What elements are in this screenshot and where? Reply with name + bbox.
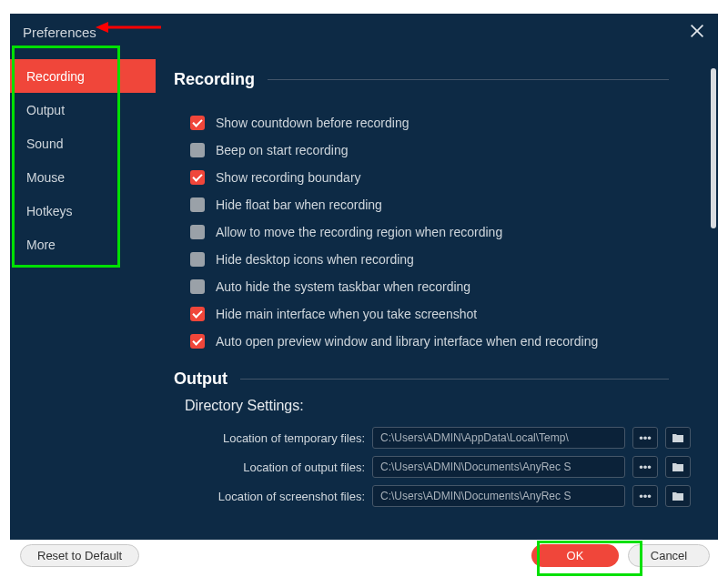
option-allow-move-region[interactable]: Allow to move the recording region when …	[174, 218, 691, 246]
dir-value: C:\Users\ADMIN\Documents\AnyRec S	[380, 490, 571, 502]
dir-row-output: Location of output files: C:\Users\ADMIN…	[174, 452, 691, 481]
sidebar-item-more[interactable]: More	[10, 228, 156, 261]
option-show-boundary[interactable]: Show recording boundary	[174, 164, 691, 191]
option-label: Hide desktop icons when recording	[216, 252, 414, 267]
folder-icon	[672, 491, 684, 501]
checkbox-icon[interactable]	[190, 225, 205, 239]
sidebar-item-label: More	[26, 238, 56, 252]
sidebar-item-output[interactable]: Output	[10, 93, 156, 127]
open-folder-button[interactable]	[665, 456, 691, 478]
section-divider	[268, 79, 669, 80]
directory-settings-heading: Directory Settings:	[174, 398, 691, 414]
scroll-content: Recording Show countdown before recordin…	[174, 50, 711, 540]
dir-value: C:\Users\ADMIN\AppData\Local\Temp\	[380, 431, 569, 444]
option-show-countdown[interactable]: Show countdown before recording	[174, 109, 691, 137]
preferences-window: Preferences Recording Output Sound	[10, 14, 718, 540]
section-header-output: Output	[174, 369, 691, 389]
ok-button[interactable]: OK	[531, 544, 619, 567]
button-label: OK	[567, 549, 584, 562]
section-divider	[240, 379, 669, 380]
open-folder-button[interactable]	[665, 485, 691, 507]
checkbox-icon[interactable]	[190, 143, 205, 157]
cancel-button[interactable]: Cancel	[628, 544, 710, 567]
ellipsis-icon: •••	[639, 490, 652, 503]
window-title: Preferences	[23, 25, 96, 40]
content-area: Recording Show countdown before recordin…	[156, 50, 718, 540]
option-hide-main-on-screenshot[interactable]: Hide main interface when you take screen…	[174, 300, 691, 328]
close-button[interactable]	[687, 21, 709, 43]
dir-row-temp: Location of temporary files: C:\Users\AD…	[174, 423, 691, 452]
option-label: Hide main interface when you take screen…	[216, 307, 477, 321]
sidebar-item-sound[interactable]: Sound	[10, 127, 156, 160]
dir-row-screenshot: Location of screenshot files: C:\Users\A…	[174, 481, 691, 511]
sidebar-item-mouse[interactable]: Mouse	[10, 160, 156, 194]
dir-label: Location of temporary files:	[174, 431, 365, 445]
sidebar: Recording Output Sound Mouse Hotkeys Mor…	[10, 50, 156, 549]
option-label: Show countdown before recording	[216, 116, 409, 130]
screenshot-frame: Preferences Recording Output Sound	[0, 0, 728, 577]
checkbox-icon[interactable]	[190, 170, 205, 185]
option-auto-hide-taskbar[interactable]: Auto hide the system taskbar when record…	[174, 273, 691, 300]
checkbox-icon[interactable]	[190, 197, 205, 212]
dir-label: Location of screenshot files:	[174, 490, 365, 503]
checkbox-icon[interactable]	[190, 334, 205, 349]
browse-button[interactable]: •••	[632, 456, 658, 478]
sidebar-item-label: Hotkeys	[26, 204, 73, 218]
option-beep-start[interactable]: Beep on start recording	[174, 137, 691, 164]
sidebar-item-recording[interactable]: Recording	[10, 59, 156, 93]
reset-button[interactable]: Reset to Default	[20, 544, 139, 567]
screenshot-files-path-input[interactable]: C:\Users\ADMIN\Documents\AnyRec S	[372, 485, 625, 507]
section-header-recording: Recording	[174, 70, 691, 89]
output-files-path-input[interactable]: C:\Users\ADMIN\Documents\AnyRec S	[372, 456, 625, 478]
dir-label: Location of output files:	[174, 461, 365, 474]
browse-button[interactable]: •••	[632, 427, 658, 449]
checkbox-icon[interactable]	[190, 307, 205, 321]
option-hide-float-bar[interactable]: Hide float bar when recording	[174, 191, 691, 218]
option-label: Show recording boundary	[216, 170, 361, 185]
footer: Reset to Default OK Cancel	[9, 544, 719, 572]
option-auto-open-preview[interactable]: Auto open preview window and library int…	[174, 328, 691, 355]
sidebar-item-label: Mouse	[26, 170, 65, 185]
sidebar-item-hotkeys[interactable]: Hotkeys	[10, 194, 156, 228]
open-folder-button[interactable]	[665, 427, 691, 449]
checkbox-icon[interactable]	[190, 252, 205, 267]
close-icon	[687, 21, 707, 41]
option-label: Beep on start recording	[216, 143, 349, 157]
section-title: Recording	[174, 70, 255, 89]
option-hide-desktop-icons[interactable]: Hide desktop icons when recording	[174, 246, 691, 273]
window-body: Recording Output Sound Mouse Hotkeys Mor…	[10, 50, 718, 540]
folder-icon	[672, 432, 684, 443]
sidebar-item-label: Sound	[26, 137, 63, 151]
sidebar-item-label: Output	[26, 103, 65, 117]
option-label: Auto hide the system taskbar when record…	[216, 279, 470, 294]
browse-button[interactable]: •••	[632, 485, 658, 507]
option-label: Hide float bar when recording	[216, 197, 382, 212]
button-label: Cancel	[651, 549, 687, 562]
scrollbar-thumb[interactable]	[711, 68, 716, 228]
folder-icon	[672, 461, 684, 472]
titlebar: Preferences	[10, 14, 718, 50]
ellipsis-icon: •••	[639, 461, 652, 474]
option-label: Auto open preview window and library int…	[216, 334, 598, 349]
sidebar-item-label: Recording	[26, 69, 85, 84]
checkbox-icon[interactable]	[190, 116, 205, 130]
temp-files-path-input[interactable]: C:\Users\ADMIN\AppData\Local\Temp\	[372, 427, 625, 449]
dir-value: C:\Users\ADMIN\Documents\AnyRec S	[380, 461, 571, 473]
checkbox-icon[interactable]	[190, 279, 205, 294]
section-title: Output	[174, 369, 228, 389]
button-label: Reset to Default	[37, 549, 122, 562]
ellipsis-icon: •••	[639, 431, 652, 445]
option-label: Allow to move the recording region when …	[216, 225, 502, 239]
